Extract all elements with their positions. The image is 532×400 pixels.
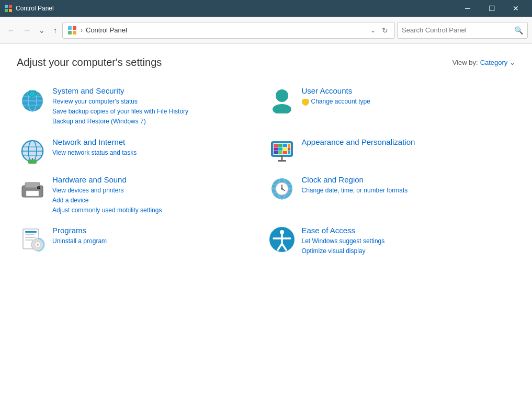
svg-rect-3 <box>9 9 12 12</box>
network-internet-title[interactable]: Network and Internet <box>52 138 264 146</box>
svg-rect-29 <box>274 147 278 151</box>
svg-point-13 <box>276 89 288 102</box>
svg-rect-54 <box>25 231 37 233</box>
forward-button[interactable]: → <box>20 24 33 37</box>
svg-rect-30 <box>278 147 282 151</box>
svg-rect-26 <box>278 144 282 147</box>
address-bar: › Control Panel ⌄ ↻ <box>62 22 395 39</box>
breadcrumb-separator: › <box>81 27 83 34</box>
window-controls: ─ ☐ ✕ <box>456 0 528 17</box>
system-security-link-1[interactable]: Review your computer's status <box>52 97 264 107</box>
category-network-internet: Network and Internet View network status… <box>17 132 266 170</box>
user-accounts-link-1[interactable]: Change account type <box>302 97 514 107</box>
ease-of-access-icon <box>268 226 296 253</box>
svg-rect-4 <box>68 26 72 30</box>
clock-region-icon <box>268 175 296 202</box>
svg-rect-56 <box>25 237 36 238</box>
close-button[interactable]: ✕ <box>504 0 528 17</box>
ease-of-access-link-1[interactable]: Let Windows suggest settings <box>302 236 514 246</box>
address-dropdown-button[interactable]: ⌄ <box>369 26 377 35</box>
system-security-link-2[interactable]: Save backup copies of your files with Fi… <box>52 107 264 117</box>
system-security-content: System and Security Review your computer… <box>52 86 264 127</box>
svg-rect-41 <box>26 191 39 196</box>
categories-grid: System and Security Review your computer… <box>17 81 515 262</box>
category-appearance-personalization: Appearance and Personalization <box>266 132 516 170</box>
appearance-personalization-icon <box>268 138 296 165</box>
svg-rect-2 <box>5 9 8 12</box>
view-by-value: Category <box>480 59 508 66</box>
network-internet-icon <box>19 138 46 165</box>
clock-region-link-1[interactable]: Change date, time, or number formats <box>302 186 514 196</box>
search-box: 🔍 <box>397 22 528 39</box>
title-bar: Control Panel ─ ☐ ✕ <box>0 0 532 17</box>
svg-rect-7 <box>73 31 76 35</box>
category-ease-of-access: Ease of Access Let Windows suggest setti… <box>266 221 516 261</box>
svg-rect-32 <box>288 147 290 151</box>
svg-rect-33 <box>274 151 278 154</box>
app-icon <box>4 4 13 13</box>
hardware-sound-link-3[interactable]: Adjust commonly used mobility settings <box>52 205 264 215</box>
maximize-button[interactable]: ☐ <box>480 0 504 17</box>
hardware-sound-link-2[interactable]: Add a device <box>52 196 264 205</box>
svg-rect-34 <box>278 151 282 154</box>
system-security-link-3[interactable]: Backup and Restore (Windows 7) <box>52 117 264 127</box>
category-hardware-sound: Hardware and Sound View devices and prin… <box>17 170 266 221</box>
svg-rect-55 <box>25 234 35 235</box>
svg-rect-27 <box>283 144 287 147</box>
title-bar-left: Control Panel <box>4 4 54 13</box>
category-user-accounts: User Accounts Change account type <box>266 81 516 132</box>
svg-point-14 <box>273 104 291 113</box>
system-security-icon <box>19 86 46 113</box>
category-clock-region: Clock and Region Change date, time, or n… <box>266 170 516 221</box>
svg-rect-36 <box>288 151 290 154</box>
appearance-personalization-content: Appearance and Personalization <box>302 138 514 148</box>
svg-rect-25 <box>274 144 278 147</box>
search-button[interactable]: 🔍 <box>514 26 523 35</box>
svg-rect-35 <box>283 151 287 154</box>
programs-icon <box>19 226 46 253</box>
hardware-sound-content: Hardware and Sound View devices and prin… <box>52 175 264 216</box>
svg-rect-31 <box>283 147 287 151</box>
programs-link-1[interactable]: Uninstall a program <box>52 236 264 246</box>
minimize-button[interactable]: ─ <box>456 0 480 17</box>
svg-point-52 <box>281 188 282 189</box>
nav-bar: ← → ⌄ ↑ › Control Panel ⌄ ↻ 🔍 <box>0 17 532 44</box>
view-by-dropdown[interactable]: Category ⌄ <box>480 59 515 66</box>
svg-point-60 <box>37 244 39 246</box>
system-security-title[interactable]: System and Security <box>52 86 264 95</box>
svg-rect-21 <box>28 159 37 164</box>
recent-locations-button[interactable]: ⌄ <box>36 24 48 37</box>
hardware-sound-title[interactable]: Hardware and Sound <box>52 175 264 184</box>
category-programs: Programs Uninstall a program <box>17 221 266 261</box>
category-system-security: System and Security Review your computer… <box>17 81 266 132</box>
network-internet-link-1[interactable]: View network status and tasks <box>52 148 264 158</box>
hardware-sound-link-1[interactable]: View devices and printers <box>52 186 264 196</box>
ease-of-access-title[interactable]: Ease of Access <box>302 226 514 235</box>
programs-content: Programs Uninstall a program <box>52 226 264 246</box>
network-internet-content: Network and Internet View network status… <box>52 138 264 158</box>
up-button[interactable]: ↑ <box>50 24 60 37</box>
hardware-sound-icon <box>19 175 46 202</box>
page-title: Adjust your computer's settings <box>17 56 162 68</box>
svg-rect-6 <box>68 31 72 35</box>
address-text: Control Panel <box>86 26 366 34</box>
user-accounts-title[interactable]: User Accounts <box>302 86 514 95</box>
svg-rect-5 <box>73 26 76 30</box>
search-input[interactable] <box>402 26 512 34</box>
svg-rect-28 <box>288 144 290 147</box>
window-title: Control Panel <box>16 5 54 12</box>
clock-region-title[interactable]: Clock and Region <box>302 175 514 184</box>
view-by-control: View by: Category ⌄ <box>452 59 515 66</box>
address-bar-icon <box>67 25 77 36</box>
page-header: Adjust your computer's settings View by:… <box>17 56 515 68</box>
view-by-label: View by: <box>452 59 478 66</box>
appearance-personalization-title[interactable]: Appearance and Personalization <box>302 138 514 146</box>
clock-region-content: Clock and Region Change date, time, or n… <box>302 175 514 196</box>
user-accounts-icon <box>268 86 296 113</box>
back-button[interactable]: ← <box>4 24 18 37</box>
svg-point-43 <box>38 187 40 188</box>
ease-of-access-link-2[interactable]: Optimize visual display <box>302 246 514 256</box>
user-accounts-content: User Accounts Change account type <box>302 86 514 107</box>
refresh-button[interactable]: ↻ <box>380 25 390 36</box>
programs-title[interactable]: Programs <box>52 226 264 235</box>
